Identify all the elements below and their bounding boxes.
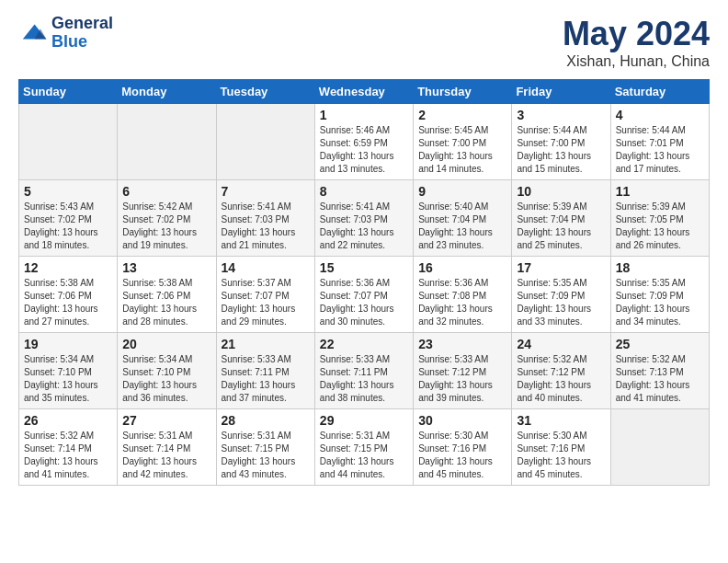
day-number: 30 — [418, 413, 506, 428]
day-info: Sunrise: 5:43 AM Sunset: 7:02 PM Dayligh… — [24, 201, 112, 252]
day-number: 4 — [616, 108, 704, 122]
day-info: Sunrise: 5:44 AM Sunset: 7:01 PM Dayligh… — [616, 124, 704, 176]
calendar-cell — [610, 409, 709, 486]
day-number: 21 — [222, 337, 310, 351]
page-header: General Blue May 2024 Xishan, Hunan, Chi… — [18, 15, 710, 70]
day-number: 18 — [616, 260, 704, 275]
calendar-week-row: 12Sunrise: 5:38 AM Sunset: 7:06 PM Dayli… — [19, 257, 710, 333]
calendar-cell: 31Sunrise: 5:30 AM Sunset: 7:16 PM Dayli… — [512, 409, 610, 486]
day-info: Sunrise: 5:42 AM Sunset: 7:02 PM Dayligh… — [122, 201, 210, 252]
calendar-cell: 19Sunrise: 5:34 AM Sunset: 7:10 PM Dayli… — [19, 333, 118, 409]
calendar-cell: 13Sunrise: 5:38 AM Sunset: 7:06 PM Dayli… — [118, 257, 216, 333]
calendar-week-row: 1Sunrise: 5:46 AM Sunset: 6:59 PM Daylig… — [19, 104, 710, 180]
day-info: Sunrise: 5:33 AM Sunset: 7:11 PM Dayligh… — [320, 353, 408, 405]
day-info: Sunrise: 5:34 AM Sunset: 7:10 PM Dayligh… — [24, 353, 112, 405]
calendar-cell — [19, 104, 118, 180]
day-info: Sunrise: 5:33 AM Sunset: 7:12 PM Dayligh… — [418, 353, 506, 405]
day-info: Sunrise: 5:35 AM Sunset: 7:09 PM Dayligh… — [616, 277, 704, 328]
calendar-cell: 17Sunrise: 5:35 AM Sunset: 7:09 PM Dayli… — [512, 257, 610, 333]
day-info: Sunrise: 5:32 AM Sunset: 7:12 PM Dayligh… — [517, 353, 605, 405]
logo-text: General Blue — [51, 15, 113, 52]
calendar-cell: 26Sunrise: 5:32 AM Sunset: 7:14 PM Dayli… — [19, 409, 118, 486]
calendar-cell: 8Sunrise: 5:41 AM Sunset: 7:03 PM Daylig… — [314, 180, 413, 257]
day-info: Sunrise: 5:46 AM Sunset: 6:59 PM Dayligh… — [320, 124, 408, 176]
day-info: Sunrise: 5:40 AM Sunset: 7:04 PM Dayligh… — [418, 201, 506, 252]
day-number: 20 — [122, 337, 210, 351]
calendar-week-row: 26Sunrise: 5:32 AM Sunset: 7:14 PM Dayli… — [19, 409, 710, 486]
calendar-cell: 27Sunrise: 5:31 AM Sunset: 7:14 PM Dayli… — [118, 409, 216, 486]
calendar-cell: 1Sunrise: 5:46 AM Sunset: 6:59 PM Daylig… — [314, 104, 413, 180]
day-info: Sunrise: 5:41 AM Sunset: 7:03 PM Dayligh… — [320, 201, 408, 252]
day-number: 28 — [222, 413, 310, 428]
day-number: 1 — [320, 108, 408, 122]
day-of-week-header: Monday — [118, 80, 216, 104]
calendar-cell: 12Sunrise: 5:38 AM Sunset: 7:06 PM Dayli… — [19, 257, 118, 333]
calendar-cell: 4Sunrise: 5:44 AM Sunset: 7:01 PM Daylig… — [610, 104, 709, 180]
calendar-cell: 23Sunrise: 5:33 AM Sunset: 7:12 PM Dayli… — [414, 333, 512, 409]
day-number: 22 — [320, 337, 408, 351]
calendar-cell: 24Sunrise: 5:32 AM Sunset: 7:12 PM Dayli… — [512, 333, 610, 409]
day-of-week-header: Saturday — [610, 80, 709, 104]
day-number: 7 — [222, 184, 310, 199]
calendar-cell: 29Sunrise: 5:31 AM Sunset: 7:15 PM Dayli… — [314, 409, 413, 486]
day-number: 26 — [24, 413, 112, 428]
day-info: Sunrise: 5:32 AM Sunset: 7:14 PM Dayligh… — [24, 430, 112, 481]
day-info: Sunrise: 5:41 AM Sunset: 7:03 PM Dayligh… — [222, 201, 310, 252]
day-number: 5 — [24, 184, 112, 199]
calendar-cell: 30Sunrise: 5:30 AM Sunset: 7:16 PM Dayli… — [414, 409, 512, 486]
day-number: 9 — [418, 184, 506, 199]
day-number: 27 — [122, 413, 210, 428]
day-number: 23 — [418, 337, 506, 351]
day-info: Sunrise: 5:32 AM Sunset: 7:13 PM Dayligh… — [616, 353, 704, 405]
calendar-cell: 15Sunrise: 5:36 AM Sunset: 7:07 PM Dayli… — [314, 257, 413, 333]
calendar-cell: 28Sunrise: 5:31 AM Sunset: 7:15 PM Dayli… — [216, 409, 314, 486]
day-number: 8 — [320, 184, 408, 199]
location: Xishan, Hunan, China — [563, 53, 710, 70]
day-info: Sunrise: 5:33 AM Sunset: 7:11 PM Dayligh… — [222, 353, 310, 405]
day-number: 2 — [418, 108, 506, 122]
day-number: 16 — [418, 260, 506, 275]
calendar-cell — [118, 104, 216, 180]
day-number: 6 — [122, 184, 210, 199]
day-number: 19 — [24, 337, 112, 351]
calendar-cell: 25Sunrise: 5:32 AM Sunset: 7:13 PM Dayli… — [610, 333, 709, 409]
day-info: Sunrise: 5:36 AM Sunset: 7:07 PM Dayligh… — [320, 277, 408, 328]
calendar-header-row: SundayMondayTuesdayWednesdayThursdayFrid… — [19, 80, 710, 104]
calendar-cell: 20Sunrise: 5:34 AM Sunset: 7:10 PM Dayli… — [118, 333, 216, 409]
day-info: Sunrise: 5:39 AM Sunset: 7:05 PM Dayligh… — [616, 201, 704, 252]
calendar-week-row: 5Sunrise: 5:43 AM Sunset: 7:02 PM Daylig… — [19, 180, 710, 257]
calendar-table: SundayMondayTuesdayWednesdayThursdayFrid… — [18, 79, 710, 486]
calendar-cell: 18Sunrise: 5:35 AM Sunset: 7:09 PM Dayli… — [610, 257, 709, 333]
day-of-week-header: Friday — [512, 80, 610, 104]
day-info: Sunrise: 5:37 AM Sunset: 7:07 PM Dayligh… — [222, 277, 310, 328]
day-number: 14 — [222, 260, 310, 275]
day-number: 29 — [320, 413, 408, 428]
day-number: 10 — [517, 184, 605, 199]
day-info: Sunrise: 5:44 AM Sunset: 7:00 PM Dayligh… — [517, 124, 605, 176]
calendar-cell: 3Sunrise: 5:44 AM Sunset: 7:00 PM Daylig… — [512, 104, 610, 180]
calendar-cell: 6Sunrise: 5:42 AM Sunset: 7:02 PM Daylig… — [118, 180, 216, 257]
calendar-cell: 11Sunrise: 5:39 AM Sunset: 7:05 PM Dayli… — [610, 180, 709, 257]
calendar-week-row: 19Sunrise: 5:34 AM Sunset: 7:10 PM Dayli… — [19, 333, 710, 409]
day-of-week-header: Thursday — [414, 80, 512, 104]
calendar-cell: 2Sunrise: 5:45 AM Sunset: 7:00 PM Daylig… — [414, 104, 512, 180]
day-info: Sunrise: 5:45 AM Sunset: 7:00 PM Dayligh… — [418, 124, 506, 176]
day-info: Sunrise: 5:35 AM Sunset: 7:09 PM Dayligh… — [517, 277, 605, 328]
day-number: 17 — [517, 260, 605, 275]
day-of-week-header: Wednesday — [314, 80, 413, 104]
day-number: 11 — [616, 184, 704, 199]
calendar-cell: 10Sunrise: 5:39 AM Sunset: 7:04 PM Dayli… — [512, 180, 610, 257]
calendar-cell: 5Sunrise: 5:43 AM Sunset: 7:02 PM Daylig… — [19, 180, 118, 257]
day-info: Sunrise: 5:34 AM Sunset: 7:10 PM Dayligh… — [122, 353, 210, 405]
calendar-cell: 21Sunrise: 5:33 AM Sunset: 7:11 PM Dayli… — [216, 333, 314, 409]
day-number: 12 — [24, 260, 112, 275]
calendar-cell: 14Sunrise: 5:37 AM Sunset: 7:07 PM Dayli… — [216, 257, 314, 333]
day-number: 31 — [517, 413, 605, 428]
month-title: May 2024 — [563, 15, 710, 53]
calendar-cell: 9Sunrise: 5:40 AM Sunset: 7:04 PM Daylig… — [414, 180, 512, 257]
day-number: 24 — [517, 337, 605, 351]
day-info: Sunrise: 5:30 AM Sunset: 7:16 PM Dayligh… — [517, 430, 605, 481]
day-info: Sunrise: 5:31 AM Sunset: 7:15 PM Dayligh… — [222, 430, 310, 481]
calendar-cell: 22Sunrise: 5:33 AM Sunset: 7:11 PM Dayli… — [314, 333, 413, 409]
day-of-week-header: Sunday — [19, 80, 118, 104]
